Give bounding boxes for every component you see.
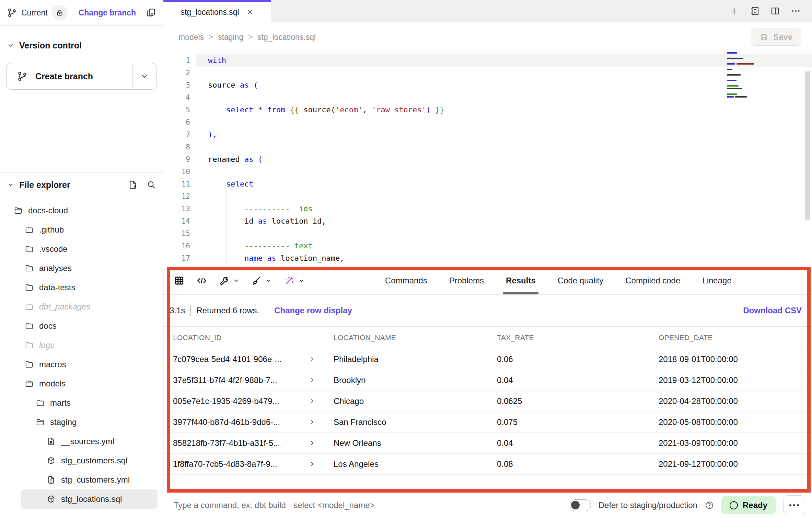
file-tree-item--github[interactable]: .github bbox=[0, 220, 163, 239]
table-row[interactable]: 3977f440-b87d-461b-9dd6-...San Francisco… bbox=[163, 412, 812, 433]
file-tree-item-data-tests[interactable]: data-tests bbox=[0, 278, 163, 297]
folder-icon bbox=[25, 341, 34, 350]
folder-icon bbox=[36, 398, 45, 407]
file-tree-item-staging[interactable]: staging bbox=[0, 413, 163, 432]
cell-tax-rate: 0.08 bbox=[487, 459, 649, 469]
file-tree-item--vscode[interactable]: .vscode bbox=[0, 239, 163, 259]
breadcrumb-separator: > bbox=[248, 33, 253, 42]
expand-row-icon[interactable] bbox=[309, 440, 315, 446]
new-file-icon[interactable] bbox=[128, 180, 138, 190]
file-tree-item-models[interactable]: models bbox=[0, 374, 163, 393]
table-row[interactable]: 37e5f311-b7f4-4f2f-988b-7...Brooklyn0.04… bbox=[163, 370, 812, 391]
copy-icon[interactable] bbox=[146, 8, 156, 18]
line-number: 3 bbox=[163, 81, 196, 89]
compile-code-icon[interactable] bbox=[196, 275, 207, 286]
indent-guide bbox=[208, 240, 208, 252]
minimap[interactable] bbox=[727, 52, 772, 98]
line-number: 15 bbox=[163, 229, 196, 238]
table-row[interactable]: 7c079cea-5ed4-4101-906e-...Philadelphia0… bbox=[163, 349, 812, 370]
code-line-16[interactable]: 16 ---------- text bbox=[163, 240, 812, 252]
expand-row-icon[interactable] bbox=[309, 419, 315, 425]
file-tree-item-logs[interactable]: logs bbox=[0, 336, 163, 355]
defer-label: Defer to staging/production bbox=[599, 500, 697, 510]
file-tree-item--sources-yml[interactable]: __sources.yml bbox=[0, 432, 163, 451]
file-tree-item-macros[interactable]: macros bbox=[0, 355, 163, 374]
editor-scrollbar[interactable] bbox=[805, 71, 810, 220]
expand-row-icon[interactable] bbox=[309, 356, 315, 362]
split-pane-icon[interactable] bbox=[770, 6, 780, 16]
download-csv-link[interactable]: Download CSV bbox=[743, 306, 802, 315]
search-icon[interactable] bbox=[147, 180, 156, 190]
file-tree-item-stg-locations-sql[interactable]: stg_locations.sql bbox=[21, 489, 158, 509]
panel-tab-lineage[interactable]: Lineage bbox=[702, 267, 731, 294]
code-line-14[interactable]: 14 id as location_id, bbox=[163, 215, 812, 227]
change-row-display-link[interactable]: Change row display bbox=[274, 306, 352, 315]
ide-status-button[interactable]: Ready bbox=[721, 496, 776, 514]
file-tree-item-marts[interactable]: marts bbox=[0, 393, 163, 413]
create-branch-button[interactable]: Create branch bbox=[6, 63, 157, 90]
code-editor[interactable]: 1with23source as (45 select * from {{ so… bbox=[163, 52, 812, 267]
code-line-8[interactable]: 8 bbox=[163, 141, 812, 153]
help-icon[interactable] bbox=[705, 501, 714, 510]
col-location-name: LOCATION_NAME bbox=[324, 334, 487, 342]
new-tab-icon[interactable] bbox=[729, 6, 739, 16]
code-line-1[interactable]: 1with bbox=[163, 54, 812, 67]
file-tree-item-docs[interactable]: docs bbox=[0, 316, 163, 336]
breadcrumb-staging[interactable]: staging bbox=[218, 33, 243, 42]
table-row[interactable]: 1f8ffa70-7cb5-4d83-8a7f-9...Los Angeles0… bbox=[163, 454, 812, 475]
code-line-15[interactable]: 15 bbox=[163, 227, 812, 240]
code-lines[interactable]: 1with23source as (45 select * from {{ so… bbox=[163, 52, 812, 264]
table-row[interactable]: 005e7e1c-1935-4269-b479...Chicago0.06252… bbox=[163, 391, 812, 412]
defer-toggle[interactable] bbox=[570, 499, 591, 511]
ai-wand-icon[interactable] bbox=[283, 275, 295, 286]
table-row[interactable]: 858218fb-73f7-4b1b-a31f-5...New Orleans0… bbox=[163, 433, 812, 454]
close-icon[interactable] bbox=[247, 9, 254, 15]
command-input[interactable] bbox=[173, 500, 476, 510]
tab-actions bbox=[729, 0, 812, 22]
create-branch-main[interactable]: Create branch bbox=[7, 63, 132, 89]
file-explorer-header[interactable]: File explorer bbox=[0, 175, 163, 194]
code-line-12[interactable]: 12 bbox=[163, 190, 812, 203]
build-wrench-icon[interactable] bbox=[219, 275, 230, 286]
create-branch-dropdown[interactable] bbox=[132, 63, 156, 89]
save-button[interactable]: Save bbox=[751, 29, 801, 46]
lint-broom-icon[interactable] bbox=[251, 275, 262, 286]
code-line-10[interactable]: 10 bbox=[163, 166, 812, 178]
code-line-9[interactable]: 9renamed as ( bbox=[163, 153, 812, 166]
file-tree-item-dbt-packages[interactable]: dbt_packages bbox=[0, 297, 163, 316]
code-line-4[interactable]: 4 bbox=[163, 91, 812, 104]
file-tree-item-docs-cloud[interactable]: docs-cloud bbox=[0, 201, 163, 220]
file-tree-item-stg-customers-yml[interactable]: stg_customers.yml bbox=[0, 470, 163, 489]
panel-tab-code-quality[interactable]: Code quality bbox=[558, 267, 603, 294]
folder-icon bbox=[25, 264, 34, 273]
notebook-icon[interactable] bbox=[750, 6, 760, 16]
code-line-6[interactable]: 6 bbox=[163, 116, 812, 128]
chevron-down-icon[interactable] bbox=[233, 277, 240, 284]
preview-table-icon[interactable] bbox=[174, 275, 185, 286]
code-line-11[interactable]: 11 select bbox=[163, 178, 812, 190]
version-control-header[interactable]: Version control bbox=[0, 35, 163, 55]
panel-tab-commands[interactable]: Commands bbox=[385, 267, 427, 294]
code-line-5[interactable]: 5 select * from {{ source('ecom', 'raw_s… bbox=[163, 104, 812, 116]
expand-row-icon[interactable] bbox=[309, 377, 315, 383]
code-line-17[interactable]: 17 name as location_name, bbox=[163, 252, 812, 264]
expand-row-icon[interactable] bbox=[309, 461, 315, 467]
chevron-down-icon[interactable] bbox=[265, 277, 272, 284]
breadcrumb-models[interactable]: models bbox=[178, 33, 204, 42]
panel-tab-results[interactable]: Results bbox=[506, 267, 536, 294]
expand-row-icon[interactable] bbox=[309, 398, 315, 404]
code-line-7[interactable]: 7), bbox=[163, 128, 812, 141]
chevron-down-icon[interactable] bbox=[298, 277, 305, 284]
more-actions-button[interactable] bbox=[783, 495, 805, 515]
file-tree-item-stg-customers-sql[interactable]: stg_customers.sql bbox=[0, 451, 163, 470]
panel-tab-compiled-code[interactable]: Compiled code bbox=[625, 267, 680, 294]
code-line-3[interactable]: 3source as ( bbox=[163, 79, 812, 91]
panel-tab-problems[interactable]: Problems bbox=[449, 267, 484, 294]
tab-stg-locations-sql[interactable]: stg_locations.sql bbox=[163, 0, 271, 22]
change-branch-link[interactable]: Change branch bbox=[79, 8, 136, 18]
ellipsis-icon[interactable] bbox=[791, 6, 801, 16]
code-text: ), bbox=[196, 128, 812, 141]
file-tree-item-analyses[interactable]: analyses bbox=[0, 259, 163, 278]
code-line-2[interactable]: 2 bbox=[163, 67, 812, 79]
code-line-13[interactable]: 13 ---------- ids bbox=[163, 203, 812, 215]
